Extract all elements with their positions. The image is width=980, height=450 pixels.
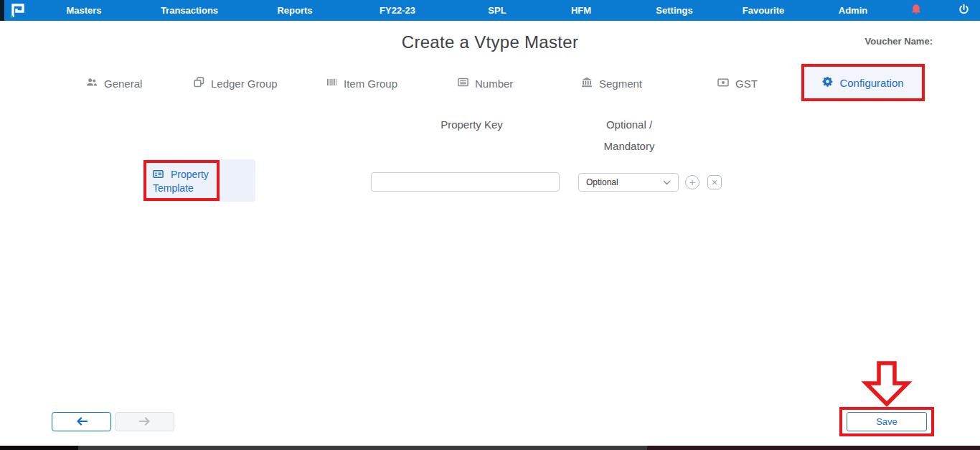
list-icon bbox=[458, 77, 468, 90]
gear-icon bbox=[822, 76, 833, 89]
power-logout-icon[interactable] bbox=[958, 4, 971, 17]
nav-item-spl[interactable]: SPL bbox=[488, 0, 506, 21]
optional-mandatory-header-line1: Optional / bbox=[579, 118, 679, 131]
save-button[interactable]: Save bbox=[847, 412, 927, 431]
tab-label: Ledger Group bbox=[211, 78, 278, 90]
app-logo-icon[interactable] bbox=[7, 2, 29, 19]
create-vtype-master-page: Masters Transactions Reports FY22-23 SPL… bbox=[0, 0, 980, 450]
close-icon: × bbox=[712, 177, 717, 187]
voucher-name-label: Voucher Name: bbox=[865, 36, 933, 47]
next-step-button[interactable] bbox=[115, 412, 174, 431]
top-navbar: Masters Transactions Reports FY22-23 SPL… bbox=[0, 0, 980, 21]
tab-label: Configuration bbox=[839, 77, 903, 89]
nav-item-settings[interactable]: Settings bbox=[656, 0, 692, 21]
property-template-button[interactable]: Property Template bbox=[143, 160, 220, 201]
tab-label: GST bbox=[735, 78, 758, 90]
property-key-input[interactable] bbox=[371, 172, 560, 192]
tab-segment[interactable]: Segment bbox=[581, 75, 642, 92]
nav-item-masters[interactable]: Masters bbox=[66, 0, 101, 21]
window-bottom-edge bbox=[0, 446, 980, 450]
nav-item-reports[interactable]: Reports bbox=[277, 0, 312, 21]
window-edge bbox=[0, 0, 4, 21]
chevron-down-icon bbox=[663, 177, 671, 187]
plus-icon: + bbox=[689, 177, 695, 187]
arrow-right-icon bbox=[139, 416, 151, 428]
arrow-left-icon bbox=[76, 416, 88, 428]
selected-option: Optional bbox=[586, 177, 618, 187]
tab-number[interactable]: Number bbox=[458, 75, 513, 92]
money-bill-icon bbox=[717, 77, 729, 90]
tab-label: Item Group bbox=[344, 78, 397, 90]
users-icon bbox=[86, 77, 98, 90]
nav-item-transactions[interactable]: Transactions bbox=[161, 0, 218, 21]
optional-mandatory-select[interactable]: Optional bbox=[578, 173, 679, 192]
nav-item-favourite[interactable]: Favourite bbox=[743, 0, 785, 21]
nav-item-fy22-23[interactable]: FY22-23 bbox=[380, 0, 415, 21]
tab-configuration[interactable]: Configuration bbox=[801, 64, 925, 101]
clone-icon bbox=[194, 77, 204, 90]
remove-row-button[interactable]: × bbox=[707, 175, 722, 189]
notification-bell-icon[interactable] bbox=[910, 4, 923, 17]
nav-item-admin[interactable]: Admin bbox=[839, 0, 867, 21]
page-title: Create a Vtype Master bbox=[0, 32, 980, 52]
nav-item-hfm[interactable]: HFM bbox=[571, 0, 591, 21]
tab-ledger-group[interactable]: Ledger Group bbox=[194, 75, 278, 92]
barcode-icon bbox=[326, 77, 337, 90]
add-row-button[interactable]: + bbox=[685, 175, 699, 189]
bank-icon bbox=[581, 77, 593, 90]
tab-label: Segment bbox=[599, 78, 642, 90]
tab-label: General bbox=[104, 78, 142, 90]
id-card-icon bbox=[153, 169, 171, 180]
tab-general[interactable]: General bbox=[86, 75, 142, 92]
optional-mandatory-header-line2: Mandatory bbox=[579, 140, 679, 152]
tab-label: Number bbox=[475, 78, 513, 90]
tab-gst[interactable]: GST bbox=[717, 75, 758, 92]
tab-item-group[interactable]: Item Group bbox=[326, 75, 397, 92]
annotation-down-arrow bbox=[859, 361, 914, 410]
previous-step-button[interactable] bbox=[52, 412, 111, 431]
property-key-header: Property Key bbox=[420, 118, 524, 131]
